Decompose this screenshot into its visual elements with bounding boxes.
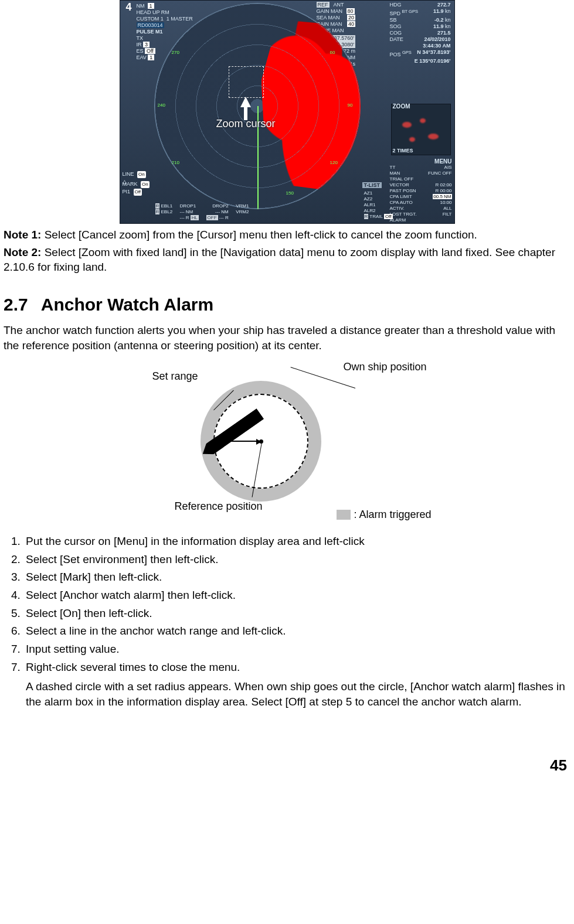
vector-label: VECTOR <box>390 182 409 187</box>
section-number: 2.7 <box>4 295 28 314</box>
cpa-auto-value: ALL <box>443 206 451 211</box>
ebl2-label: EBL2 <box>161 209 173 214</box>
ebl1-label: EBL1 <box>161 203 173 209</box>
intro-paragraph: The anchor watch function alerts you whe… <box>4 323 570 353</box>
az2-label: AZ2 <box>364 196 373 202</box>
vector-value: R 02:00 <box>435 182 451 187</box>
list-item: Put the cursor on [Menu] in the informat… <box>23 533 570 551</box>
alr2-label: ALR2 <box>364 208 376 213</box>
date-value: 24/02/2010 <box>424 36 450 43</box>
lost-trgt-label: LOST TRGT. ALARM <box>390 212 417 223</box>
pos-lat: N 34°37.8193' <box>417 49 450 58</box>
spd-label: SPD <box>390 11 401 16</box>
page-number: 45 <box>4 756 570 775</box>
radar-ppi: Zoom cursor 60 90 120 150 210 240 270 <box>135 1 381 217</box>
trail-value: Off <box>384 214 393 219</box>
pos-lon: E 135°07.0196' <box>415 58 451 64</box>
bearing-tick: 60 <box>330 50 335 55</box>
section-heading: 2.7Anchor Watch Alarm <box>4 295 570 315</box>
off-label: OFF <box>206 215 218 220</box>
sb-label: SB <box>390 17 397 23</box>
cpa-auto-label: CPA AUTO ACTIV. <box>390 200 413 211</box>
az1-label: AZ1 <box>364 190 373 196</box>
pos-label: POS <box>390 52 401 57</box>
sog-value: 11.9 <box>433 23 444 29</box>
sog-label: SOG <box>390 23 402 30</box>
radar-header-right: HDG 272.7 SPD BT GPS 11.9 kn SB -0.2 kn … <box>390 2 451 64</box>
tt-label: TT <box>390 165 396 170</box>
radar-footer: R EBL1 R EBL2 DROP1 --- NM --- R HL DROP… <box>155 203 249 221</box>
sb-unit: kn <box>445 17 451 23</box>
pi-value: Off <box>134 189 142 196</box>
cpa-limit-time: 10:00 <box>440 200 451 205</box>
note1-label: Note 1: <box>4 229 41 241</box>
note2-text: Select [Zoom with fixed land] in the [Na… <box>4 246 555 274</box>
r-dash: --- R <box>180 215 189 220</box>
zoom-panel-title: ZOOM <box>393 103 410 110</box>
sog-unit: kn <box>445 23 451 29</box>
bearing-tick: 150 <box>286 190 294 196</box>
hl-label: HL <box>191 215 199 220</box>
radar-screenshot: 4 NM 1 HEAD UP RM CUSTOM 1 1 MASTER RD00… <box>120 0 455 224</box>
heading-line <box>257 106 259 209</box>
pos-src: GPS <box>402 50 412 55</box>
spd-unit: kn <box>445 8 451 14</box>
az-alr-block: AZ1 AZ2 ALR1 ALR2 R TRAIL Off <box>364 190 393 220</box>
zoom-panel: ZOOM 2 TIMES <box>391 104 451 155</box>
zoom-selection-box <box>229 66 264 98</box>
past-posn-label: PAST POSN <box>390 188 416 193</box>
lost-trgt-value: FILT <box>443 212 452 217</box>
ais-label: AIS <box>444 165 452 170</box>
list-item: Select [Set environment] then left-click… <box>23 551 570 570</box>
procedure-list: Put the cursor on [Menu] in the informat… <box>4 533 570 677</box>
bearing-tick: 120 <box>330 160 338 165</box>
spd-src: BT GPS <box>402 9 418 14</box>
hdg-label: HDG <box>390 2 402 8</box>
notes-block: Note 1: Select [Cancel zoom] from the [C… <box>4 227 570 275</box>
radar-menu-panel: MENU TT MAN TRIAL OFF VECTOR PAST POSN C… <box>390 159 452 221</box>
t-list-button: T-LIST <box>362 182 382 188</box>
spd-value: 11.9 <box>433 8 444 14</box>
date-label: DATE <box>390 36 403 43</box>
zoom-cursor-label: Zoom cursor <box>213 117 279 131</box>
section-title: Anchor Watch Alarm <box>41 295 213 314</box>
radar-echo-landmass <box>261 19 361 195</box>
drop2-label: DROP2 <box>212 203 229 209</box>
vrm2-label: VRM2 <box>236 209 249 214</box>
note2-label: Note 2: <box>4 246 41 258</box>
bearing-tick: 240 <box>158 103 165 108</box>
menu-button-label: MENU <box>390 159 452 165</box>
bearing-tick: 270 <box>172 50 179 55</box>
func-off-label: FUNC OFF <box>428 171 451 176</box>
ref-pos-label: Reference position <box>175 500 263 513</box>
alr1-label: ALR1 <box>364 202 376 207</box>
list-item: Select [On] then left-click. <box>23 605 570 623</box>
pi-label: PI1 <box>123 189 131 195</box>
list-item: Select [Mark] then left-click. <box>23 569 570 587</box>
trail-label: TRAIL <box>369 214 382 219</box>
hdg-value: 272.7 <box>437 2 451 8</box>
mark-value: On <box>141 181 150 188</box>
mark-label: MARK <box>123 181 138 187</box>
trial-off: TRIAL OFF <box>390 176 414 182</box>
nm-dash: --- NM <box>180 209 193 214</box>
cog-label: COG <box>390 30 402 36</box>
bearing-tick: 90 <box>348 103 353 108</box>
own-ship-label: Own ship position <box>344 361 427 373</box>
line-label: LINE <box>123 171 134 177</box>
list-item: Select a line in the anchor watch range … <box>23 623 570 641</box>
cog-value: 271.5 <box>437 30 451 36</box>
zoom-panel-times: 2 TIMES <box>393 148 413 154</box>
cpa-limit-label: CPA LIMIT <box>390 194 412 199</box>
drop1-label: DROP1 <box>180 203 196 209</box>
past-posn-value: R 00:00 <box>435 188 451 193</box>
note1-text: Select [Cancel zoom] from the [Cursor] m… <box>41 229 477 241</box>
range-scale: 4 <box>126 4 132 11</box>
anchor-watch-diagram: Own ship position Set range Reference po… <box>135 357 440 527</box>
zoom-cursor-arrow-icon <box>240 97 251 107</box>
left-controls: LINE On △ MARK On PI1 Off <box>123 171 150 196</box>
set-range-label: Set range <box>152 370 198 383</box>
sb-value: -0.2 <box>434 17 444 23</box>
cpa-limit-value: 00.5 NM <box>433 194 451 199</box>
r-dash2: --- R <box>219 215 229 220</box>
